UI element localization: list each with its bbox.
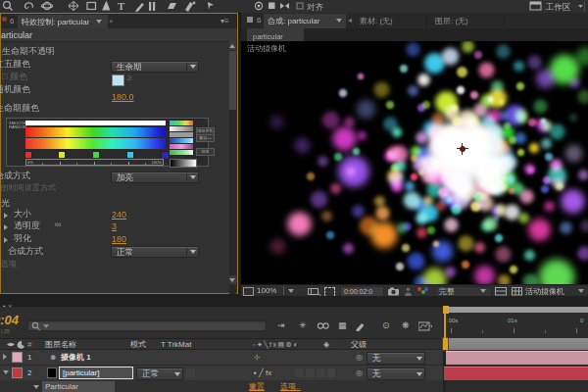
svg-text:工作区: 工作区 [545, 2, 571, 12]
svg-text:T: T [118, 0, 125, 12]
svg-text:对齐: 对齐 [307, 2, 324, 12]
